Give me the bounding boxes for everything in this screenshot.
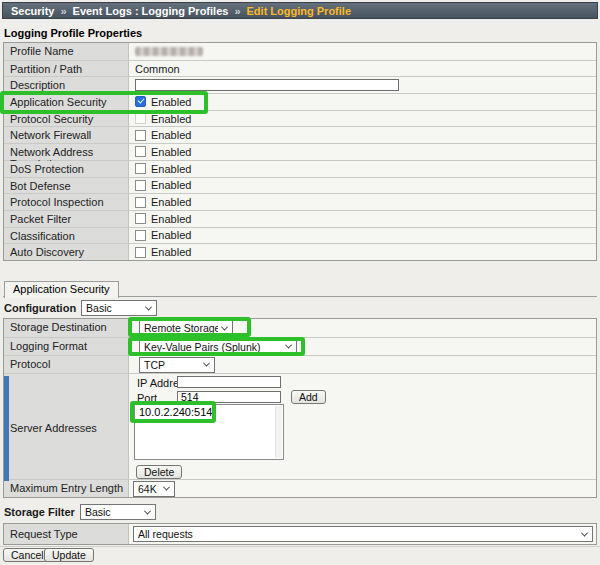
network-firewall-enabled-label: Enabled [151, 129, 191, 141]
chevron-down-icon [163, 484, 170, 491]
table-row-protocol-inspection: Protocol Inspection Enabled [4, 193, 596, 210]
configuration-row: Configuration Basic [4, 300, 157, 316]
tab-bar: Application Security [3, 281, 597, 297]
classification-checkbox[interactable] [135, 230, 146, 241]
table-row-maximum-entry-length: Maximum Entry Length 64K [4, 479, 596, 497]
table-row-classification: Classification Enabled [4, 227, 596, 244]
server-address-list-item[interactable]: 10.0.2.240:514 [135, 405, 283, 419]
table-row-packet-filter: Packet Filter Enabled [4, 210, 596, 227]
port-label: Port [137, 392, 157, 404]
add-button[interactable]: Add [291, 390, 326, 404]
packet-filter-label: Packet Filter [4, 211, 129, 227]
protocol-inspection-checkbox[interactable] [135, 197, 146, 208]
listbox-scrollbar[interactable] [275, 406, 282, 458]
protocol-inspection-label: Protocol Inspection [4, 194, 129, 210]
storage-filter-table: Request Type All requests [3, 523, 597, 545]
breadcrumb-event-logs-link[interactable]: Event Logs : Logging Profiles [73, 5, 229, 17]
description-input[interactable] [135, 79, 399, 91]
logging-format-label: Logging Format [4, 338, 129, 355]
profile-name-label: Profile Name [4, 43, 129, 60]
table-row-auto-discovery: Auto Discovery Enabled [4, 243, 596, 260]
maximum-entry-length-select-value: 64K [138, 483, 157, 495]
table-row-storage-destination: Storage Destination Remote Storage [4, 319, 596, 337]
table-row-request-type: Request Type All requests [4, 524, 596, 544]
bot-defense-label: Bot Defense [4, 178, 129, 194]
dos-protection-enabled-label: Enabled [151, 163, 191, 175]
table-row-application-security: Application Security Enabled [4, 93, 596, 110]
application-security-config-table: Storage Destination Remote Storage Loggi… [3, 318, 597, 498]
page-title: Logging Profile Properties [4, 27, 142, 39]
dos-protection-checkbox[interactable] [135, 163, 146, 174]
protocol-inspection-enabled-label: Enabled [151, 196, 191, 208]
storage-filter-row: Storage Filter Basic [4, 504, 156, 520]
network-address-translation-checkbox[interactable] [135, 146, 146, 157]
auto-discovery-enabled-label: Enabled [151, 246, 191, 258]
table-row-protocol-security: Protocol Security Enabled [4, 110, 596, 127]
table-row-partition-path: Partition / Path Common [4, 60, 596, 77]
dos-protection-label: DoS Protection [4, 161, 129, 177]
table-row-server-addresses: Server Addresses IP Address Port Add 10.… [4, 373, 596, 479]
breadcrumb-separator: » [234, 5, 240, 17]
network-firewall-checkbox[interactable] [135, 130, 146, 141]
chevron-down-icon [203, 360, 210, 367]
partition-path-label: Partition / Path [4, 61, 129, 77]
breadcrumb-current-page: Edit Logging Profile [247, 5, 352, 17]
storage-destination-label: Storage Destination [4, 319, 129, 337]
footer-divider [0, 546, 600, 547]
modified-field-marker [4, 376, 9, 481]
configuration-select[interactable]: Basic [81, 300, 157, 316]
classification-enabled-label: Enabled [151, 229, 191, 241]
configuration-select-value: Basic [86, 302, 112, 314]
chevron-down-icon [221, 323, 228, 330]
packet-filter-enabled-label: Enabled [151, 213, 191, 225]
storage-filter-select-value: Basic [85, 506, 111, 518]
application-security-label: Application Security [4, 94, 129, 110]
application-security-enabled-label: Enabled [151, 96, 191, 108]
server-addresses-listbox[interactable]: 10.0.2.240:514 [134, 404, 284, 460]
storage-destination-select[interactable]: Remote Storage [139, 320, 233, 336]
table-row-description: Description [4, 76, 596, 93]
auto-discovery-label: Auto Discovery [4, 244, 129, 260]
protocol-select[interactable]: TCP [139, 357, 215, 373]
network-address-translation-enabled-label: Enabled [151, 146, 191, 158]
request-type-select-value: All requests [138, 528, 193, 540]
partition-path-value: Common [129, 61, 596, 77]
bot-defense-checkbox[interactable] [135, 180, 146, 191]
chevron-down-icon [581, 529, 588, 536]
ip-address-input[interactable] [177, 376, 281, 388]
delete-button[interactable]: Delete [136, 465, 182, 479]
table-row-protocol: Protocol TCP [4, 355, 596, 373]
storage-filter-label: Storage Filter [4, 506, 75, 518]
table-row-profile-name: Profile Name [4, 43, 596, 60]
packet-filter-checkbox[interactable] [135, 213, 146, 224]
profile-name-redacted-value [135, 47, 203, 56]
chevron-down-icon [145, 303, 152, 310]
auto-discovery-checkbox[interactable] [135, 247, 146, 258]
server-addresses-label: Server Addresses [4, 374, 129, 479]
table-row-logging-format: Logging Format Key-Value Pairs (Splunk) [4, 337, 596, 355]
application-security-checkbox[interactable] [135, 96, 146, 107]
breadcrumb-separator: » [60, 5, 66, 17]
table-row-bot-defense: Bot Defense Enabled [4, 177, 596, 194]
breadcrumb: Security » Event Logs : Logging Profiles… [2, 2, 598, 19]
port-input[interactable] [177, 391, 281, 403]
network-firewall-label: Network Firewall [4, 127, 129, 143]
protocol-security-enabled-label: Enabled [151, 113, 191, 125]
logging-format-select[interactable]: Key-Value Pairs (Splunk) [139, 339, 297, 355]
maximum-entry-length-select[interactable]: 64K [133, 481, 175, 497]
logging-profile-properties-table: Profile Name Partition / Path Common Des… [3, 42, 597, 261]
protocol-security-checkbox [135, 113, 146, 124]
tab-application-security[interactable]: Application Security [4, 281, 119, 298]
bot-defense-enabled-label: Enabled [151, 179, 191, 191]
description-label: Description [4, 77, 129, 93]
table-row-network-address-translation: Network Address Translation Enabled [4, 143, 596, 160]
request-type-label: Request Type [4, 524, 129, 544]
request-type-select[interactable]: All requests [133, 526, 593, 542]
chevron-down-icon [144, 507, 151, 514]
network-address-translation-label: Network Address Translation [4, 144, 129, 160]
storage-filter-select[interactable]: Basic [80, 504, 156, 520]
classification-label: Classification [4, 228, 129, 244]
configuration-label: Configuration [4, 302, 76, 314]
breadcrumb-security-link[interactable]: Security [11, 5, 54, 17]
update-button[interactable]: Update [44, 548, 94, 562]
